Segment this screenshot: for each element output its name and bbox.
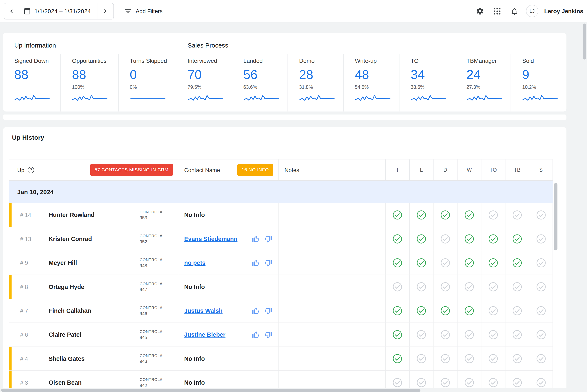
check-cell-to-done[interactable] xyxy=(481,227,505,251)
page-scrollbar-horizontal xyxy=(0,388,587,392)
table-scrollbar-thumb[interactable] xyxy=(554,183,557,250)
check-cell-d-done[interactable] xyxy=(433,299,457,323)
check-cell-tb-empty[interactable] xyxy=(505,299,529,323)
check-cell-w-done[interactable] xyxy=(457,227,481,251)
check-cell-d-empty[interactable] xyxy=(433,323,457,346)
notes-cell[interactable] xyxy=(278,203,385,227)
check-cell-tb-empty[interactable] xyxy=(505,347,529,371)
check-cell-to-empty[interactable] xyxy=(481,347,505,371)
check-done-icon xyxy=(488,258,498,268)
check-cell-d-empty[interactable] xyxy=(433,227,457,251)
check-cell-i-done[interactable] xyxy=(385,227,409,251)
check-cell-s-empty[interactable] xyxy=(529,275,553,298)
check-cell-d-empty[interactable] xyxy=(433,347,457,371)
check-cell-tb-done[interactable] xyxy=(505,251,529,275)
check-empty-icon xyxy=(488,378,498,388)
check-cell-i-done[interactable] xyxy=(385,323,409,346)
contact-feedback xyxy=(252,331,272,338)
page-scrollbar-vertical-thumb[interactable] xyxy=(583,24,586,60)
check-cell-i-done[interactable] xyxy=(385,299,409,323)
check-cell-s-empty[interactable] xyxy=(529,299,553,323)
thumb-down-icon[interactable] xyxy=(265,259,272,266)
missing-in-crm-badge[interactable]: 57 CONTACTS MISSING IN CRM xyxy=(90,164,173,176)
check-empty-icon xyxy=(416,330,426,340)
check-cell-l-done[interactable] xyxy=(409,203,433,227)
table-scrollbar-vertical xyxy=(553,159,558,392)
check-cell-to-empty[interactable] xyxy=(481,323,505,346)
contact-cell: No Info xyxy=(178,347,278,371)
thumb-down-icon[interactable] xyxy=(265,331,272,338)
check-cell-to-empty[interactable] xyxy=(481,299,505,323)
date-range-picker[interactable]: 1/1/2024 – 1/31/2024 xyxy=(19,3,97,19)
check-cell-i-done[interactable] xyxy=(385,347,409,371)
contact-link[interactable]: Justus Walsh xyxy=(184,308,223,314)
stat-item: Sold 9 10.2% xyxy=(510,54,566,112)
notes-cell[interactable] xyxy=(278,323,385,346)
check-cell-tb-empty[interactable] xyxy=(505,203,529,227)
thumb-up-icon[interactable] xyxy=(252,259,260,266)
check-cell-d-empty[interactable] xyxy=(433,275,457,298)
check-cell-s-empty[interactable] xyxy=(529,323,553,346)
notifications-button[interactable] xyxy=(507,4,521,18)
stat-sparkline xyxy=(130,94,166,103)
check-cell-l-done[interactable] xyxy=(409,251,433,275)
notes-cell[interactable] xyxy=(278,275,385,298)
check-cell-w-done[interactable] xyxy=(457,299,481,323)
stat-sparkline xyxy=(243,94,279,103)
check-cell-w-done[interactable] xyxy=(457,203,481,227)
check-cell-to-done[interactable] xyxy=(481,251,505,275)
notes-cell[interactable] xyxy=(278,299,385,323)
check-cell-i-done[interactable] xyxy=(385,251,409,275)
notes-cell[interactable] xyxy=(278,347,385,371)
check-cell-w-done[interactable] xyxy=(457,251,481,275)
check-cell-i-done[interactable] xyxy=(385,203,409,227)
check-cell-s-empty[interactable] xyxy=(529,347,553,371)
thumb-down-icon[interactable] xyxy=(265,235,272,243)
check-cell-tb-empty[interactable] xyxy=(505,275,529,298)
check-empty-icon xyxy=(536,282,546,292)
help-icon[interactable]: ? xyxy=(28,167,34,173)
check-cell-l-empty[interactable] xyxy=(409,275,433,298)
thumb-down-icon[interactable] xyxy=(265,307,272,314)
check-done-icon xyxy=(416,234,426,244)
stat-sparkline xyxy=(299,94,335,103)
check-cell-l-empty[interactable] xyxy=(409,323,433,346)
add-filters-button[interactable]: Add Filters xyxy=(124,7,163,15)
date-range-control: 1/1/2024 – 1/31/2024 xyxy=(4,3,114,19)
check-cell-d-empty[interactable] xyxy=(433,251,457,275)
contact-link[interactable]: Justine Bieber xyxy=(184,331,225,338)
no-info-badge[interactable]: 16 NO INFO xyxy=(237,164,273,176)
settings-button[interactable] xyxy=(473,4,487,18)
page-scrollbar-horizontal-thumb[interactable] xyxy=(1,389,420,392)
check-cell-l-done[interactable] xyxy=(409,299,433,323)
thumb-up-icon[interactable] xyxy=(252,235,260,243)
check-cell-i-empty[interactable] xyxy=(385,275,409,298)
notes-cell[interactable] xyxy=(278,227,385,251)
check-cell-tb-empty[interactable] xyxy=(505,323,529,346)
check-cell-to-empty[interactable] xyxy=(481,275,505,298)
next-date-button[interactable] xyxy=(97,3,113,19)
contact-link[interactable]: Evans Stiedemann xyxy=(184,236,237,242)
table-row: # 9 Meyer Hill CONTROL# 948 no pets xyxy=(9,251,553,275)
check-cell-l-done[interactable] xyxy=(409,227,433,251)
avatar[interactable]: LJ xyxy=(526,5,538,17)
check-cell-tb-done[interactable] xyxy=(505,227,529,251)
check-cell-d-done[interactable] xyxy=(433,203,457,227)
no-info-flag xyxy=(9,275,12,298)
notes-cell[interactable] xyxy=(278,251,385,275)
prev-date-button[interactable] xyxy=(4,3,19,19)
check-cell-w-empty[interactable] xyxy=(457,275,481,298)
check-cell-s-empty[interactable] xyxy=(529,251,553,275)
top-bar-right: LJ Leroy Jenkins xyxy=(473,4,583,18)
check-cell-w-empty[interactable] xyxy=(457,323,481,346)
check-cell-s-empty[interactable] xyxy=(529,203,553,227)
check-cell-s-empty[interactable] xyxy=(529,227,553,251)
check-cell-l-empty[interactable] xyxy=(409,347,433,371)
contact-link[interactable]: no pets xyxy=(184,260,206,266)
check-cell-to-empty[interactable] xyxy=(481,203,505,227)
chevron-left-icon xyxy=(8,7,15,15)
thumb-up-icon[interactable] xyxy=(252,331,260,338)
thumb-up-icon[interactable] xyxy=(252,307,260,314)
apps-button[interactable] xyxy=(490,4,504,18)
check-cell-w-empty[interactable] xyxy=(457,347,481,371)
